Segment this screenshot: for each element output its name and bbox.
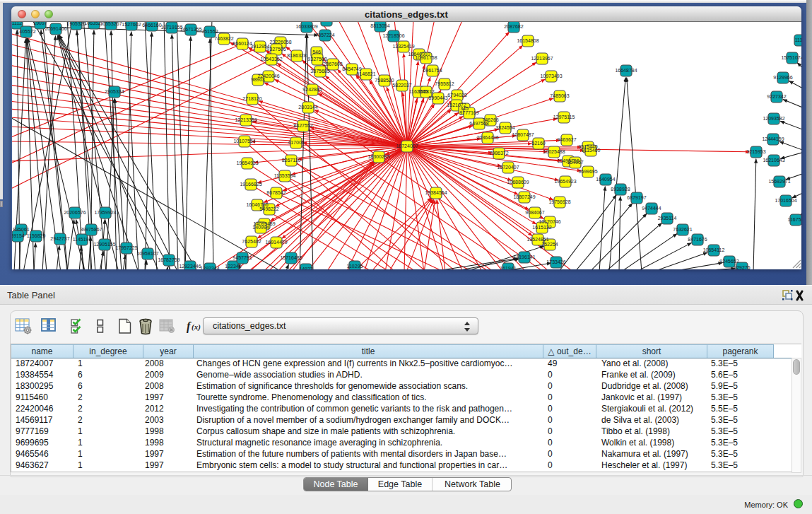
svg-text:9115460: 9115460 <box>582 148 601 153</box>
svg-text:161941: 161941 <box>500 266 516 269</box>
svg-text:12213967: 12213967 <box>531 56 553 61</box>
svg-text:20364436: 20364436 <box>476 135 498 140</box>
svg-text:8678542: 8678542 <box>266 190 286 195</box>
svg-text:62160: 62160 <box>531 141 546 146</box>
svg-text:751552: 751552 <box>201 29 218 34</box>
svg-text:7625402: 7625402 <box>242 239 261 244</box>
svg-text:1145194: 1145194 <box>73 237 92 242</box>
svg-text:16782759: 16782759 <box>158 257 180 262</box>
svg-text:10120746: 10120746 <box>539 219 560 224</box>
svg-text:8471676: 8471676 <box>688 237 707 242</box>
svg-text:2935114: 2935114 <box>658 216 677 221</box>
svg-text:10543362: 10543362 <box>260 57 282 62</box>
svg-text:1527602: 1527602 <box>122 22 141 27</box>
svg-text:15716485: 15716485 <box>280 255 302 260</box>
svg-text:14196141: 14196141 <box>513 255 535 259</box>
svg-text:19166825: 19166825 <box>240 182 261 187</box>
svg-text:8813054: 8813054 <box>370 23 389 28</box>
svg-text:10973493: 10973493 <box>540 74 562 78</box>
svg-text:1112: 1112 <box>12 22 22 25</box>
svg-text:6794028: 6794028 <box>447 93 466 98</box>
svg-text:10807487: 10807487 <box>512 132 534 137</box>
svg-text:2718120: 2718120 <box>242 96 261 101</box>
svg-text:122346: 122346 <box>225 264 241 269</box>
svg-text:19756928: 19756928 <box>548 199 570 204</box>
svg-text:12213389: 12213389 <box>235 117 257 122</box>
svg-text:7485063: 7485063 <box>550 93 569 98</box>
svg-text:6466160: 6466160 <box>142 23 161 28</box>
svg-text:19384554: 19384554 <box>425 190 447 195</box>
svg-text:39154: 39154 <box>12 233 25 238</box>
svg-text:10654112: 10654112 <box>703 247 725 252</box>
svg-text:10688609: 10688609 <box>507 180 529 185</box>
svg-text:9463627: 9463627 <box>557 137 576 142</box>
svg-text:9129966: 9129966 <box>773 75 792 80</box>
svg-text:17957225: 17957225 <box>115 245 137 250</box>
svg-text:14923: 14923 <box>299 267 313 269</box>
svg-text:2942737: 2942737 <box>50 236 69 241</box>
svg-text:2867608: 2867608 <box>323 62 342 66</box>
svg-text:1640954: 1640954 <box>596 177 615 182</box>
svg-text:15692971: 15692971 <box>768 179 790 184</box>
svg-text:1292344: 1292344 <box>200 266 219 269</box>
svg-text:7986372: 7986372 <box>489 151 508 156</box>
svg-text:1156829: 1156829 <box>27 233 46 238</box>
svg-text:18300295: 18300295 <box>367 154 389 159</box>
svg-text:1733426: 1733426 <box>546 259 565 264</box>
svg-text:12905155: 12905155 <box>93 242 115 247</box>
svg-text:10107554: 10107554 <box>233 139 255 144</box>
svg-text:9146821: 9146821 <box>356 71 375 76</box>
svg-text:9242845: 9242845 <box>302 87 322 92</box>
svg-text:1405572: 1405572 <box>16 29 35 34</box>
svg-text:18807249: 18807249 <box>513 194 535 199</box>
svg-text:8990443: 8990443 <box>428 95 447 100</box>
svg-text:20206576: 20206576 <box>64 210 86 215</box>
svg-text:140994: 140994 <box>252 225 269 230</box>
svg-text:16914479: 16914479 <box>265 240 287 245</box>
svg-text:8660124: 8660124 <box>233 41 252 46</box>
svg-text:1905326: 1905326 <box>66 22 86 26</box>
svg-text:19654933: 19654933 <box>236 160 258 165</box>
svg-text:15751074: 15751074 <box>781 55 801 60</box>
svg-text:3824554: 3824554 <box>495 125 514 130</box>
svg-text:9457791: 9457791 <box>233 255 252 260</box>
svg-text:11353594: 11353594 <box>274 173 296 178</box>
svg-text:8938928: 8938928 <box>611 187 630 192</box>
svg-text:835061: 835061 <box>13 227 29 232</box>
svg-text:1615132: 1615132 <box>532 225 551 230</box>
svg-text:7588520: 7588520 <box>375 78 394 83</box>
svg-text:16210643: 16210643 <box>763 158 784 163</box>
svg-text:39975867: 39975867 <box>80 227 102 232</box>
svg-text:16648784: 16648784 <box>615 68 637 73</box>
svg-text:7632621: 7632621 <box>673 227 692 232</box>
svg-text:9327508: 9327508 <box>307 57 326 62</box>
svg-text:17359924: 17359924 <box>94 210 116 215</box>
svg-text:10961758: 10961758 <box>415 55 437 60</box>
svg-text:9227342: 9227342 <box>767 94 786 99</box>
svg-text:8186328: 8186328 <box>287 53 306 58</box>
svg-text:17016504: 17016504 <box>775 198 796 203</box>
svg-text:6497568: 6497568 <box>469 121 488 126</box>
svg-text:5498222: 5498222 <box>259 206 278 211</box>
svg-text:13524851: 13524851 <box>526 237 548 242</box>
svg-text:154957: 154957 <box>567 160 583 165</box>
svg-text:9777169: 9777169 <box>459 110 478 115</box>
svg-text:12218506: 12218506 <box>382 33 404 38</box>
svg-text:12923446: 12923446 <box>179 264 201 269</box>
svg-text:18724007: 18724007 <box>396 144 418 148</box>
svg-text:12444159: 12444159 <box>762 136 784 141</box>
svg-text:12975115: 12975115 <box>553 115 575 119</box>
svg-text:13325419: 13325419 <box>392 44 414 49</box>
svg-text:1112: 1112 <box>795 37 801 42</box>
svg-text:12093582: 12093582 <box>763 116 784 121</box>
svg-text:16154808: 16154808 <box>517 38 539 43</box>
svg-text:155812: 155812 <box>418 89 434 94</box>
svg-text:15720407: 15720407 <box>497 165 519 170</box>
svg-text:110295: 110295 <box>347 264 363 269</box>
svg-text:116753: 116753 <box>788 217 801 222</box>
svg-text:7857224: 7857224 <box>315 33 334 37</box>
svg-text:16033809: 16033809 <box>295 24 317 29</box>
svg-text:6879197: 6879197 <box>627 195 646 200</box>
svg-text:8267110: 8267110 <box>282 158 301 163</box>
svg-text:9084067: 9084067 <box>525 210 544 215</box>
